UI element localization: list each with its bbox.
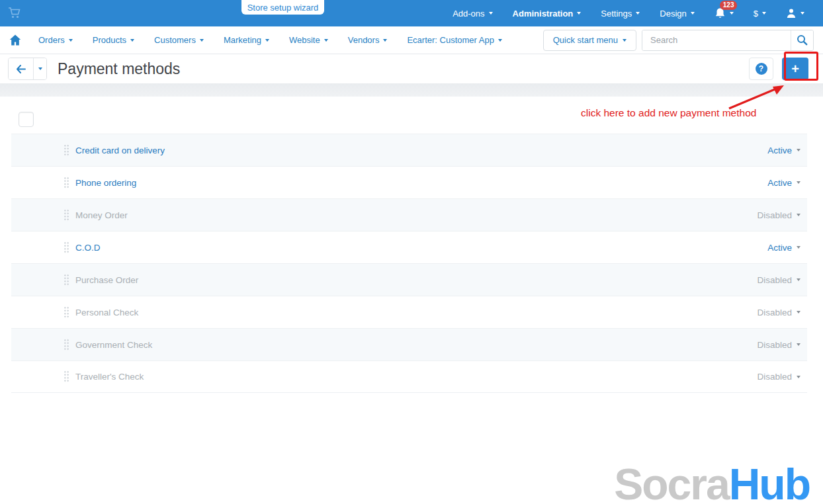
chevron-down-icon: [797, 278, 801, 281]
add-payment-method-button[interactable]: +: [782, 58, 808, 80]
status-label: Disabled: [757, 275, 792, 285]
chevron-down-icon: [797, 214, 801, 216]
payment-method-name-link[interactable]: C.O.D: [75, 243, 101, 253]
chevron-down-icon: [797, 246, 801, 249]
chevron-down-icon: [797, 376, 801, 378]
search-icon: [797, 34, 808, 46]
payment-method-name-link[interactable]: Phone ordering: [75, 178, 136, 188]
chevron-down-icon: [69, 39, 73, 42]
topbar-menu-design[interactable]: Design: [660, 9, 694, 19]
status-label: Disabled: [757, 340, 792, 350]
nav-item-label: Products: [93, 35, 126, 45]
nav-item-label: Vendors: [348, 35, 380, 45]
notification-count-badge: 123: [720, 1, 738, 10]
chevron-down-icon: [130, 39, 134, 42]
payment-method-name-link[interactable]: Purchase Order: [75, 275, 138, 285]
status-dropdown[interactable]: Active: [767, 146, 801, 155]
storefront-cart-button[interactable]: [8, 7, 21, 19]
drag-handle-icon[interactable]: [64, 370, 69, 383]
nav-item-label: Customers: [154, 35, 196, 45]
chevron-down-icon: [489, 12, 493, 15]
chevron-down-icon: [797, 343, 801, 346]
status-dropdown[interactable]: Active: [767, 243, 801, 253]
payment-method-name-link[interactable]: Money Order: [75, 210, 128, 220]
page-background-band: [0, 83, 823, 97]
chevron-down-icon: [730, 12, 734, 15]
nav-right: Quick start menu: [543, 30, 814, 51]
nav-item-label: Marketing: [224, 35, 261, 45]
menu-label: Design: [660, 9, 686, 19]
user-account-menu[interactable]: [786, 8, 804, 19]
nav-item-label: Ecarter: Customer App: [407, 35, 494, 45]
search-input[interactable]: [642, 30, 791, 50]
store-setup-wizard-button[interactable]: Store setup wizard: [241, 0, 324, 15]
status-dropdown[interactable]: Active: [767, 178, 801, 188]
chevron-down-icon: [636, 12, 640, 15]
back-button[interactable]: [9, 58, 33, 79]
payment-method-name-link[interactable]: Personal Check: [75, 308, 138, 317]
nav-item-products[interactable]: Products: [93, 35, 134, 45]
payment-method-row: Credit card on deliveryActive: [11, 134, 807, 166]
top-bar: Store setup wizard Add-onsAdministration…: [0, 0, 823, 26]
payment-method-name-link[interactable]: Government Check: [75, 340, 152, 350]
chevron-down-icon: [324, 39, 328, 42]
chevron-down-icon: [383, 39, 387, 42]
chevron-down-icon: [801, 12, 804, 15]
chevron-down-icon: [38, 67, 42, 70]
chevron-down-icon: [762, 12, 766, 15]
nav-item-label: Orders: [38, 35, 65, 45]
back-history-dropdown[interactable]: [33, 58, 46, 79]
drag-handle-icon[interactable]: [64, 339, 69, 351]
status-label: Disabled: [757, 372, 792, 382]
help-icon: ?: [756, 63, 767, 75]
status-dropdown[interactable]: Disabled: [757, 340, 801, 350]
search-button[interactable]: [791, 30, 813, 50]
drag-handle-icon[interactable]: [64, 306, 69, 319]
payment-method-name-link[interactable]: Traveller's Check: [75, 372, 144, 382]
search-box: [642, 30, 814, 51]
nav-item-ecarter-customer-app[interactable]: Ecarter: Customer App: [407, 35, 502, 45]
home-icon: [9, 34, 21, 46]
status-label: Disabled: [757, 210, 792, 220]
quick-start-menu-label: Quick start menu: [553, 35, 618, 45]
status-dropdown[interactable]: Disabled: [757, 308, 801, 317]
topbar-right-menus: Add-onsAdministrationSettingsDesign 123 …: [453, 7, 823, 19]
help-button[interactable]: ?: [749, 58, 773, 80]
nav-item-orders[interactable]: Orders: [38, 35, 73, 45]
currency-label: $: [754, 9, 758, 19]
drag-handle-icon[interactable]: [64, 177, 69, 189]
drag-handle-icon[interactable]: [64, 241, 69, 254]
nav-item-website[interactable]: Website: [289, 35, 328, 45]
payment-method-row: Purchase OrderDisabled: [11, 263, 807, 296]
drag-handle-icon[interactable]: [64, 274, 69, 286]
status-label: Disabled: [757, 308, 792, 317]
status-dropdown[interactable]: Disabled: [757, 372, 801, 382]
home-button[interactable]: [9, 34, 21, 46]
select-all-checkbox[interactable]: [19, 112, 34, 127]
drag-handle-icon[interactable]: [64, 209, 69, 222]
status-label: Active: [767, 146, 792, 155]
topbar-menu-settings[interactable]: Settings: [601, 9, 640, 19]
topbar-menu-add-ons[interactable]: Add-ons: [453, 9, 492, 19]
status-dropdown[interactable]: Disabled: [757, 210, 801, 220]
currency-menu[interactable]: $: [754, 9, 766, 19]
topbar-menu-administration[interactable]: Administration: [513, 9, 582, 19]
payment-method-name-link[interactable]: Credit card on delivery: [75, 146, 165, 155]
nav-item-marketing[interactable]: Marketing: [224, 35, 269, 45]
status-label: Active: [767, 178, 792, 188]
payment-method-row: Personal CheckDisabled: [11, 296, 807, 328]
cart-icon: [8, 7, 21, 19]
menu-label: Settings: [601, 9, 632, 19]
nav-item-label: Website: [289, 35, 320, 45]
menu-label: Administration: [513, 9, 574, 19]
titlebar-actions: ? +: [749, 58, 815, 80]
nav-item-customers[interactable]: Customers: [154, 35, 204, 45]
notifications-button[interactable]: 123: [715, 7, 734, 19]
payment-method-row: Money OrderDisabled: [11, 198, 807, 231]
quick-start-menu-button[interactable]: Quick start menu: [543, 30, 636, 51]
status-dropdown[interactable]: Disabled: [757, 275, 801, 285]
nav-item-vendors[interactable]: Vendors: [348, 35, 388, 45]
drag-handle-icon[interactable]: [64, 144, 69, 157]
payment-methods-list: Credit card on deliveryActivePhone order…: [11, 134, 807, 393]
payment-method-row: C.O.DActive: [11, 231, 807, 263]
